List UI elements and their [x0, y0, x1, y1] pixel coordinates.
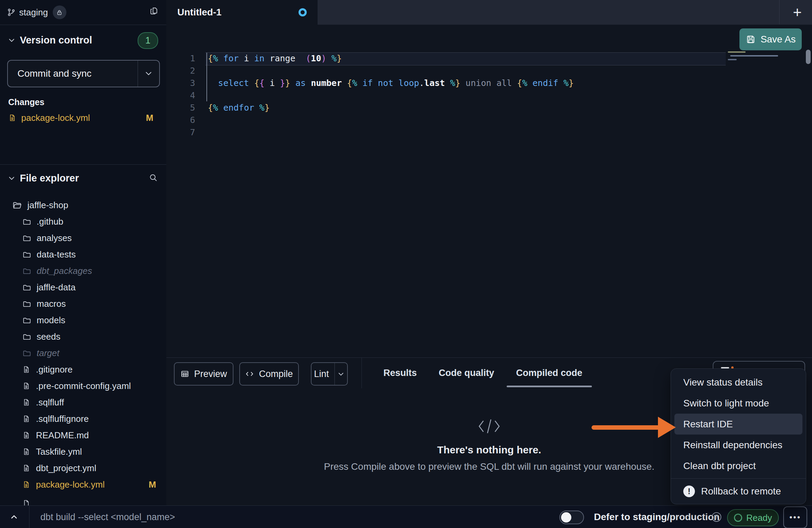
file-row-macros[interactable]: macros [0, 296, 166, 312]
menu-item-reinstall-dependencies[interactable]: Reinstall dependencies [674, 435, 802, 455]
preview-button[interactable]: Preview [174, 362, 233, 386]
file-row-data-tests[interactable]: data-tests [0, 246, 166, 263]
file-row-models[interactable]: models [0, 312, 166, 328]
save-as-button[interactable]: Save As [739, 28, 802, 50]
code-editor[interactable]: 1{% for i in range (10) %}23 select {{ i… [166, 25, 812, 357]
command-input[interactable]: dbt build --select <model_name> [40, 506, 383, 528]
folder-icon [22, 316, 31, 325]
folder-icon [22, 299, 31, 308]
file-row-seeds[interactable]: seeds [0, 328, 166, 345]
file-row-jaffle-data[interactable]: jaffle-data [0, 279, 166, 296]
modified-marker: M [146, 113, 153, 123]
file-label: macros [37, 299, 66, 309]
minimap[interactable] [728, 51, 779, 63]
menu-item-rollback-to-remote[interactable]: !Rollback to remote [674, 481, 802, 502]
folder-icon [22, 250, 31, 259]
code-line-2: 2 [166, 65, 812, 77]
search-files-button[interactable] [149, 173, 158, 183]
menu-item-label: View status details [683, 377, 762, 388]
new-tab-button[interactable]: + [783, 0, 812, 24]
folder-icon [22, 283, 31, 292]
file-row--pre-commit-config-yaml[interactable]: .pre-commit-config.yaml [0, 378, 166, 394]
preview-label: Preview [194, 369, 227, 379]
chevron-down-icon[interactable] [144, 69, 153, 78]
dbt-ide-window: staging [0, 0, 812, 528]
menu-item-view-status-details[interactable]: View status details [674, 372, 802, 393]
file-row--github[interactable]: .github [0, 213, 166, 230]
line-content: select {{ i }} as number {% if not loop.… [208, 77, 574, 89]
file-row-readme-md[interactable]: README.md [0, 427, 166, 443]
command-bar: dbt build --select <model_name> Defer to… [0, 505, 812, 528]
menu-item-switch-to-light-mode[interactable]: Switch to light mode [674, 393, 802, 414]
more-options-button[interactable]: ••• [783, 506, 807, 528]
save-icon [746, 34, 756, 45]
file-row-dbt-project-yml[interactable]: dbt_project.yml [0, 460, 166, 476]
file-label: jaffle-shop [27, 200, 68, 211]
menu-item-label: Reinstall dependencies [683, 440, 783, 451]
line-number: 3 [166, 77, 195, 89]
tab-results[interactable]: Results [383, 368, 417, 378]
file-label: dbt_project.yml [36, 463, 96, 474]
file-label: seeds [37, 331, 60, 342]
commit-and-sync-button[interactable]: Commit and sync [7, 60, 160, 87]
commit-button-label: Commit and sync [17, 68, 91, 79]
file-row--sqlfluff[interactable]: .sqlfluff [0, 394, 166, 411]
exclamation-icon: ! [683, 486, 695, 497]
line-content: {% for i in range (10) %} [208, 52, 342, 65]
defer-toggle[interactable] [559, 511, 584, 524]
file-row--sqlfluffignore[interactable]: .sqlfluffignore [0, 411, 166, 427]
file-row-package-lock-yml[interactable]: package-lock.ymlM [0, 476, 166, 493]
help-icon[interactable]: ? [712, 512, 721, 522]
lint-button[interactable]: Lint [311, 362, 348, 386]
tab-compiled-code[interactable]: Compiled code [516, 368, 583, 378]
minimap-line [728, 51, 746, 53]
chevron-down-icon[interactable] [337, 370, 345, 378]
line-number: 6 [166, 114, 195, 126]
chevron-down-icon [8, 174, 16, 182]
file-icon [22, 365, 30, 374]
version-control-title: Version control [20, 35, 92, 46]
file-row-taskfile-yml[interactable]: Taskfile.yml [0, 443, 166, 460]
commandbar-divider [29, 506, 29, 528]
changed-file-row[interactable]: package-lock.yml M [8, 111, 158, 125]
file-row--gitignore[interactable]: .gitignore [0, 361, 166, 378]
file-explorer-header[interactable]: File explorer [0, 170, 166, 186]
code-line-4: 4 [166, 89, 812, 102]
tab-code-quality[interactable]: Code quality [439, 368, 494, 378]
branch-readonly-chip [53, 5, 66, 19]
status-label: Ready [746, 513, 772, 523]
file-explorer-title: File explorer [20, 173, 79, 184]
branch-selector[interactable]: staging [7, 5, 66, 19]
file-row-target[interactable]: target [0, 345, 166, 361]
file-label: .sqlfluffignore [36, 414, 89, 424]
code-lines: 1{% for i in range (10) %}23 select {{ i… [166, 52, 812, 139]
file-row-jaffle-shop[interactable]: jaffle-shop [0, 197, 166, 213]
ide-status-badge[interactable]: Ready [727, 509, 779, 526]
file-row-dbt-packages[interactable]: dbt_packages [0, 263, 166, 279]
status-ring-icon [734, 514, 742, 522]
menu-item-label: Clean dbt project [683, 461, 756, 472]
version-control-header[interactable]: Version control 1 [0, 32, 166, 48]
compile-button[interactable]: Compile [239, 362, 299, 386]
code-line-7: 7 [166, 126, 812, 139]
copy-branch-button[interactable] [149, 6, 159, 16]
tab-untitled-1[interactable]: Untitled-1 [166, 0, 318, 25]
file-row-analyses[interactable]: analyses [0, 230, 166, 246]
file-icon [8, 113, 16, 122]
arrow-tail [592, 425, 660, 430]
editor-scrollbar-thumb[interactable] [806, 50, 811, 64]
menu-divider [671, 478, 806, 479]
menu-item-restart-ide[interactable]: Restart IDE [674, 414, 802, 435]
file-icon [22, 431, 30, 440]
expand-command-bar-button[interactable] [9, 512, 19, 522]
unsaved-indicator-icon [299, 8, 307, 16]
folder-open-icon [12, 200, 22, 210]
line-number: 7 [166, 126, 195, 139]
menu-item-clean-dbt-project[interactable]: Clean dbt project [674, 455, 802, 476]
lint-label: Lint [314, 369, 329, 379]
changes-heading: Changes [8, 97, 45, 107]
file-label: models [37, 315, 65, 326]
file-label: data-tests [37, 249, 76, 260]
git-branch-icon [7, 8, 16, 17]
code-line-6: 6 [166, 114, 812, 126]
